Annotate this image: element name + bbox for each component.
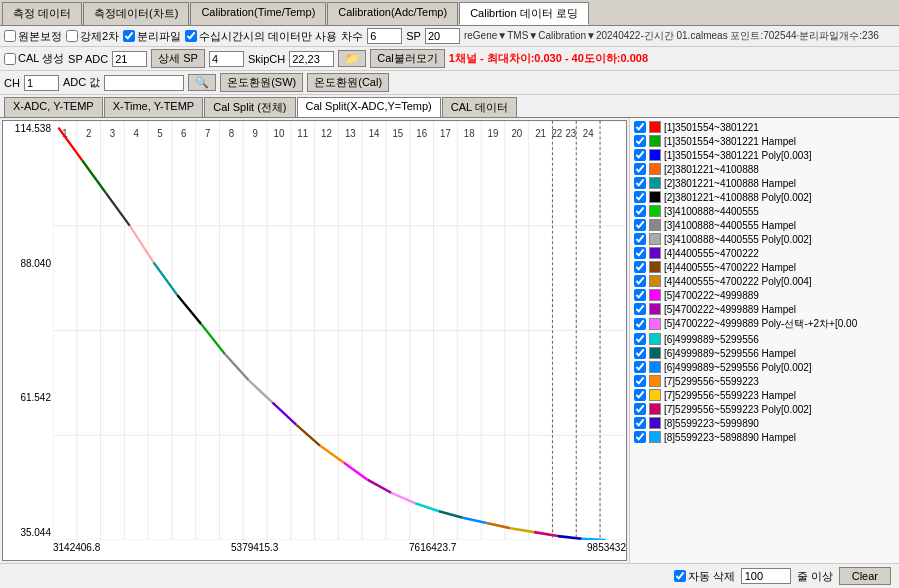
btn-detail-sp[interactable]: 상세 SP — [151, 49, 205, 68]
legend-checkbox-19[interactable] — [634, 389, 646, 401]
y-mid1-label: 88.040 — [5, 258, 51, 269]
legend-checkbox-7[interactable] — [634, 219, 646, 231]
legend-checkbox-4[interactable] — [634, 177, 646, 189]
checkbox-force2-label[interactable]: 강제2차 — [66, 29, 119, 44]
checkbox-force2[interactable] — [66, 30, 78, 42]
legend-checkbox-13[interactable] — [634, 303, 646, 315]
sub-tab-cal-data[interactable]: CAL 데이터 — [442, 97, 517, 117]
checkbox-original[interactable] — [4, 30, 16, 42]
legend-item-21: [8]5599223~5999890 — [632, 416, 897, 430]
legend-checkbox-14[interactable] — [634, 318, 646, 330]
legend-label-6: [3]4100888~4400555 — [664, 206, 759, 217]
checkbox-time[interactable] — [185, 30, 197, 42]
legend-color-0 — [649, 121, 661, 133]
input-spadc[interactable] — [112, 51, 147, 67]
label-skipch: SkipCH — [248, 53, 285, 65]
legend-checkbox-22[interactable] — [634, 431, 646, 443]
legend-checkbox-12[interactable] — [634, 289, 646, 301]
legend-color-5 — [649, 191, 661, 203]
btn-temp-cal[interactable]: 온도환원(Cal) — [307, 73, 389, 92]
legend-checkbox-20[interactable] — [634, 403, 646, 415]
legend-checkbox-17[interactable] — [634, 361, 646, 373]
btn-search[interactable]: 🔍 — [188, 74, 216, 91]
legend-item-16: [6]4999889~5299556 Hampel — [632, 346, 897, 360]
legend-label-8: [3]4100888~4400555 Poly[0.002] — [664, 234, 812, 245]
legend-label-4: [2]3801221~4100888 Hampel — [664, 178, 796, 189]
input-skipch[interactable] — [289, 51, 334, 67]
svg-text:16: 16 — [416, 126, 427, 139]
status-text: 1채널 - 최대차이:0.030 - 40도이하:0.008 — [449, 51, 895, 66]
input-sp[interactable] — [425, 28, 460, 44]
checkbox-auto-delete[interactable] — [674, 570, 686, 582]
legend-item-15: [6]4999889~5299556 — [632, 332, 897, 346]
legend-checkbox-18[interactable] — [634, 375, 646, 387]
legend-item-17: [6]4999889~5299556 Poly[0.002] — [632, 360, 897, 374]
sub-tab-xadc-ytemp[interactable]: X-ADC, Y-TEMP — [4, 97, 103, 117]
checkbox-split[interactable] — [123, 30, 135, 42]
input-sangsp[interactable] — [209, 51, 244, 67]
legend-color-11 — [649, 275, 661, 287]
svg-line-74 — [558, 536, 582, 539]
legend-checkbox-0[interactable] — [634, 121, 646, 133]
svg-line-65 — [344, 463, 368, 480]
legend-checkbox-5[interactable] — [634, 191, 646, 203]
svg-line-66 — [368, 480, 392, 493]
legend-checkbox-6[interactable] — [634, 205, 646, 217]
legend-checkbox-9[interactable] — [634, 247, 646, 259]
checkbox-split-label[interactable]: 분리파일 — [123, 29, 181, 44]
tab-measurement-data[interactable]: 측정 데이터 — [2, 2, 82, 25]
legend-checkbox-10[interactable] — [634, 261, 646, 273]
sub-tab-cal-split-all[interactable]: Cal Split (전체) — [204, 97, 295, 117]
btn-temp-sw[interactable]: 온도환원(SW) — [220, 73, 303, 92]
tab-calibration-data-loading[interactable]: Calibrtion 데이터 로딩 — [459, 2, 589, 25]
y-mid2-label: 61.542 — [5, 392, 51, 403]
legend-item-8: [3]4100888~4400555 Poly[0.002] — [632, 232, 897, 246]
btn-cal-load[interactable]: Cal불러모기 — [370, 49, 445, 68]
legend-checkbox-15[interactable] — [634, 333, 646, 345]
x-axis: 3142406.8 5379415.3 7616423.7 9853432 — [53, 540, 626, 560]
btn-folder[interactable]: 📁 — [338, 50, 366, 67]
legend-checkbox-16[interactable] — [634, 347, 646, 359]
svg-line-67 — [391, 493, 415, 503]
input-count[interactable] — [367, 28, 402, 44]
y-min-label: 35.044 — [5, 527, 51, 538]
legend-item-1: [1]3501554~3801221 Hampel — [632, 134, 897, 148]
checkbox-cal[interactable] — [4, 53, 16, 65]
legend-checkbox-1[interactable] — [634, 135, 646, 147]
tab-calibration-time-temp[interactable]: Calibration(Time/Temp) — [190, 2, 326, 25]
toolbar-row2: CAL 생성 SP ADC 상세 SP SkipCH 📁 Cal불러모기 1채널… — [0, 47, 899, 71]
legend-item-9: [4]4400555~4700222 — [632, 246, 897, 260]
checkbox-cal-label[interactable]: CAL 생성 — [4, 51, 64, 66]
legend-item-14: [5]4700222~4999889 Poly-선택-+2차+[0.00 — [632, 316, 897, 332]
chart-container[interactable]: 114.538 88.040 61.542 35.044 — [2, 120, 627, 561]
clear-button[interactable]: Clear — [839, 567, 891, 585]
auto-delete-text: 자동 삭제 — [688, 569, 735, 584]
legend-checkbox-3[interactable] — [634, 163, 646, 175]
input-adc[interactable] — [104, 75, 184, 91]
svg-text:23: 23 — [565, 126, 576, 139]
legend-color-6 — [649, 205, 661, 217]
tab-measurement-chart[interactable]: 측정데이터(차트) — [83, 2, 189, 25]
legend-color-20 — [649, 403, 661, 415]
main-tab-bar: 측정 데이터 측정데이터(차트) Calibration(Time/Temp) … — [0, 0, 899, 26]
y-max-label: 114.538 — [5, 123, 51, 134]
sub-tab-cal-split-xadc[interactable]: Cal Split(X-ADC,Y=Temp) — [297, 97, 441, 117]
tab-calibration-adc-temp[interactable]: Calibration(Adc/Temp) — [327, 2, 458, 25]
input-ch[interactable] — [24, 75, 59, 91]
sub-tab-xtime-ytemp[interactable]: X-Time, Y-TEMP — [104, 97, 204, 117]
checkbox-time-label[interactable]: 수십시간시의 데이터만 사용 — [185, 29, 337, 44]
svg-line-58 — [177, 295, 201, 324]
legend-color-15 — [649, 333, 661, 345]
legend-label-7: [3]4100888~4400555 Hampel — [664, 220, 796, 231]
input-threshold[interactable] — [741, 568, 791, 584]
checkbox-original-label[interactable]: 원본보정 — [4, 29, 62, 44]
legend-checkbox-11[interactable] — [634, 275, 646, 287]
checkbox-auto-delete-label[interactable]: 자동 삭제 — [674, 569, 735, 584]
legend-checkbox-21[interactable] — [634, 417, 646, 429]
legend-checkbox-2[interactable] — [634, 149, 646, 161]
svg-text:13: 13 — [345, 126, 356, 139]
legend-item-18: [7]5299556~5599223 — [632, 374, 897, 388]
label-sp: SP — [406, 30, 421, 42]
svg-line-53 — [58, 128, 82, 161]
legend-checkbox-8[interactable] — [634, 233, 646, 245]
